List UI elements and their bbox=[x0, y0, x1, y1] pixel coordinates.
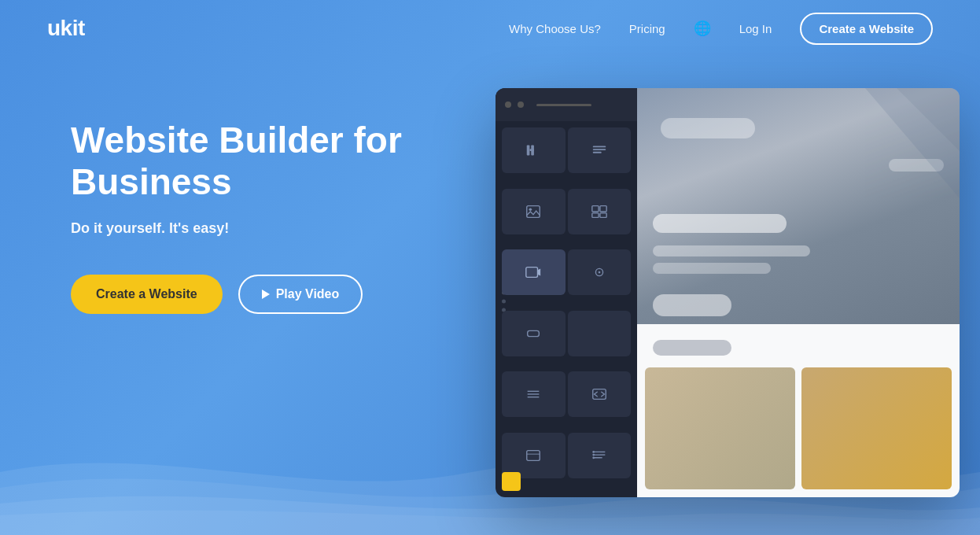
preview-bar-5 bbox=[653, 263, 771, 274]
logo: ukit bbox=[47, 16, 85, 41]
list-icon bbox=[591, 447, 608, 464]
photo-card-2 bbox=[801, 367, 952, 489]
nav: Why Choose Us? Pricing 🌐 Log In Create a… bbox=[509, 13, 933, 45]
sidebar-grid bbox=[496, 121, 637, 497]
hero-title-line1: Website Builder for bbox=[71, 120, 402, 160]
preview-bar-1 bbox=[661, 118, 755, 138]
editor-mockup-container bbox=[496, 88, 960, 497]
globe-icon[interactable]: 🌐 bbox=[694, 20, 711, 37]
play-video-label: Play Video bbox=[276, 287, 340, 301]
svg-point-26 bbox=[592, 453, 595, 456]
svg-rect-8 bbox=[592, 205, 599, 211]
svg-rect-6 bbox=[527, 205, 540, 217]
social-icon bbox=[525, 447, 542, 464]
preview-bar-4 bbox=[653, 245, 810, 256]
svg-rect-12 bbox=[526, 268, 538, 278]
nav-why-choose-us[interactable]: Why Choose Us? bbox=[509, 22, 601, 35]
svg-rect-20 bbox=[527, 450, 540, 460]
hero-mockup bbox=[496, 88, 960, 497]
svg-rect-11 bbox=[600, 212, 606, 217]
hero-create-website-button[interactable]: Create a Website bbox=[71, 275, 223, 314]
left-dot-4 bbox=[502, 300, 506, 304]
sidebar-cell-divider[interactable] bbox=[502, 371, 566, 417]
sidebar-bar-line bbox=[536, 104, 591, 106]
hero-subtitle: Do it yourself. It's easy! bbox=[71, 220, 464, 237]
svg-rect-0 bbox=[527, 146, 530, 156]
embed-icon bbox=[591, 386, 608, 403]
sidebar-cell-text[interactable] bbox=[568, 127, 632, 173]
hero-buttons: Create a Website Play Video bbox=[71, 275, 464, 314]
hero-title-line2: Business bbox=[71, 161, 232, 202]
image-icon bbox=[525, 203, 542, 220]
photo-grid bbox=[645, 367, 952, 489]
editor-sidebar bbox=[496, 88, 637, 497]
button-icon bbox=[591, 264, 608, 281]
svg-point-27 bbox=[592, 456, 595, 459]
svg-rect-10 bbox=[592, 212, 599, 217]
video-icon bbox=[525, 264, 542, 281]
preview-bottom-bar bbox=[653, 340, 731, 356]
sidebar-cell-empty1 bbox=[568, 311, 632, 356]
header: ukit Why Choose Us? Pricing 🌐 Log In Cre… bbox=[0, 0, 980, 57]
text-icon bbox=[591, 142, 608, 159]
svg-point-25 bbox=[592, 451, 595, 453]
sidebar-cell-list[interactable] bbox=[568, 433, 632, 478]
geo-decoration bbox=[802, 88, 960, 245]
heading-icon bbox=[525, 142, 542, 159]
svg-point-7 bbox=[529, 208, 532, 211]
photo-card-1 bbox=[645, 367, 795, 489]
preview-bar-3 bbox=[653, 214, 787, 233]
play-icon bbox=[262, 290, 270, 299]
sidebar-dot-1 bbox=[505, 101, 511, 108]
hero-title: Website Builder for Business bbox=[71, 120, 464, 203]
svg-rect-2 bbox=[530, 149, 535, 151]
svg-rect-9 bbox=[600, 205, 606, 211]
editor-bottom-section bbox=[637, 324, 960, 497]
svg-rect-15 bbox=[528, 330, 540, 336]
shape-icon bbox=[525, 325, 542, 342]
svg-point-14 bbox=[598, 271, 600, 274]
sidebar-cell-gallery[interactable] bbox=[568, 189, 632, 234]
svg-rect-4 bbox=[593, 149, 606, 150]
room-background bbox=[637, 88, 960, 340]
sidebar-top-bar bbox=[496, 88, 637, 121]
sidebar-dot-2 bbox=[518, 101, 524, 108]
nav-login[interactable]: Log In bbox=[739, 22, 772, 35]
yellow-accent-dot bbox=[502, 472, 521, 491]
divider-icon bbox=[525, 386, 542, 403]
svg-rect-3 bbox=[593, 146, 606, 148]
preview-cta-pill bbox=[653, 294, 731, 316]
sidebar-cell-video[interactable] bbox=[502, 249, 566, 295]
sidebar-cell-embed[interactable] bbox=[568, 371, 632, 417]
hero-section: Website Builder for Business Do it yours… bbox=[0, 57, 980, 497]
editor-main-preview bbox=[637, 88, 960, 497]
nav-create-website-button[interactable]: Create a Website bbox=[800, 13, 933, 45]
hero-play-video-button[interactable]: Play Video bbox=[238, 275, 363, 314]
sidebar-cell-social[interactable] bbox=[502, 433, 566, 478]
nav-pricing[interactable]: Pricing bbox=[629, 22, 665, 35]
sidebar-cell-button[interactable] bbox=[568, 249, 632, 295]
sidebar-cell-image[interactable] bbox=[502, 189, 566, 234]
gallery-icon bbox=[591, 203, 608, 220]
sidebar-cell-heading[interactable] bbox=[502, 127, 566, 173]
sidebar-cell-shape[interactable] bbox=[502, 311, 566, 356]
svg-rect-5 bbox=[593, 152, 602, 153]
hero-text: Website Builder for Business Do it yours… bbox=[71, 96, 464, 314]
